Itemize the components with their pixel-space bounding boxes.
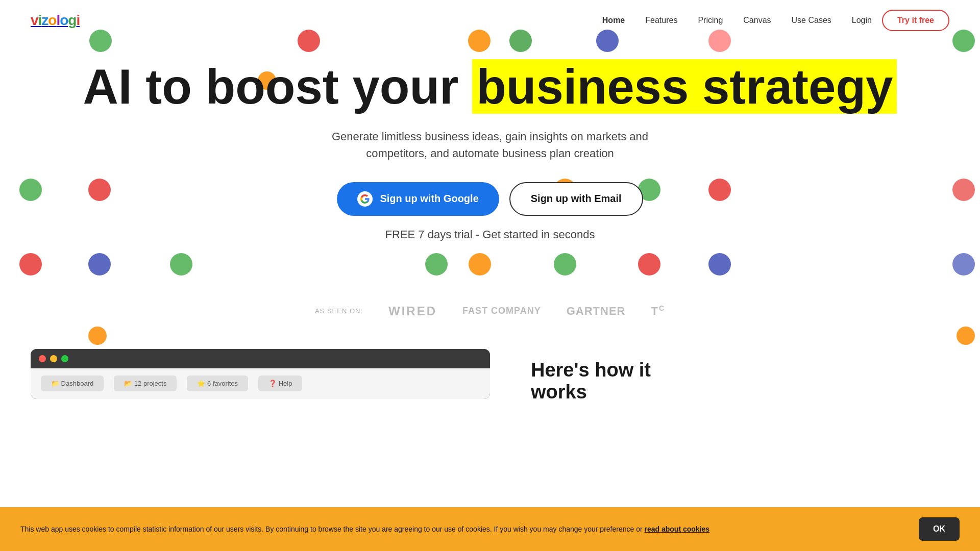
trial-text: FREE 7 days trial - Get started in secon… bbox=[311, 226, 669, 243]
cookie-banner: This web app uses cookies to compile sta… bbox=[0, 507, 980, 551]
hero-subtext: Generate limitless business ideas, gain … bbox=[311, 128, 669, 162]
try-free-button[interactable]: Try it free bbox=[882, 10, 949, 31]
window-titlebar bbox=[31, 349, 490, 368]
hero-headline-highlight: business strategy bbox=[472, 59, 897, 114]
how-it-works-text: Here's how it works bbox=[531, 349, 684, 403]
nav-use-cases[interactable]: Use Cases bbox=[792, 16, 831, 24]
window-tab-favorites: ⭐ 6 favorites bbox=[187, 375, 248, 391]
hero-headline: AI to boost your business strategy bbox=[10, 61, 970, 113]
signup-google-button[interactable]: Sign up with Google bbox=[337, 182, 499, 216]
app-preview: 📁 Dashboard 📂 12 projects ⭐ 6 favorites … bbox=[31, 349, 490, 399]
press-fastcompany: FAST COMPANY bbox=[462, 306, 541, 316]
google-icon bbox=[357, 191, 373, 207]
nav-links: Home Features Pricing Canvas Use Cases L… bbox=[602, 16, 872, 25]
press-tc: TC bbox=[651, 304, 665, 318]
window-min-btn bbox=[50, 355, 57, 362]
nav-login[interactable]: Login bbox=[852, 16, 872, 24]
cta-buttons: Sign up with Google Sign up with Email bbox=[10, 182, 970, 216]
cookie-text: This web app uses cookies to compile sta… bbox=[20, 524, 709, 535]
press-wired: WIRED bbox=[388, 304, 437, 318]
navbar: vizologi Home Features Pricing Canvas Us… bbox=[0, 0, 980, 41]
press-logos: WIRED FAST COMPANY Gartner TC bbox=[388, 304, 665, 318]
window-tab-projects: 📂 12 projects bbox=[114, 375, 177, 391]
window-content: 📁 Dashboard 📂 12 projects ⭐ 6 favorites … bbox=[31, 368, 490, 399]
press-gartner: Gartner bbox=[567, 305, 626, 318]
app-window: 📁 Dashboard 📂 12 projects ⭐ 6 favorites … bbox=[31, 349, 490, 399]
nav-pricing[interactable]: Pricing bbox=[698, 16, 723, 24]
window-tab-dashboard: 📁 Dashboard bbox=[41, 375, 104, 391]
hero-section: AI to boost your business strategy Gener… bbox=[0, 41, 980, 273]
signup-email-button[interactable]: Sign up with Email bbox=[509, 182, 643, 216]
window-tab-help: ❓ Help bbox=[258, 375, 302, 391]
cookie-ok-button[interactable]: OK bbox=[919, 517, 960, 541]
window-close-btn bbox=[39, 355, 46, 362]
cookie-link[interactable]: read about cookies bbox=[645, 525, 710, 533]
how-it-works-heading: Here's how it works bbox=[531, 359, 684, 403]
logo[interactable]: vizologi bbox=[31, 12, 80, 29]
how-it-works-section: 📁 Dashboard 📂 12 projects ⭐ 6 favorites … bbox=[0, 349, 980, 403]
nav-home[interactable]: Home bbox=[602, 16, 625, 24]
window-max-btn bbox=[61, 355, 68, 362]
dot-23 bbox=[957, 327, 975, 345]
press-section: As seen on: WIRED FAST COMPANY Gartner T… bbox=[0, 273, 980, 339]
nav-features[interactable]: Features bbox=[645, 16, 677, 24]
nav-canvas[interactable]: Canvas bbox=[743, 16, 771, 24]
press-label: As seen on: bbox=[315, 307, 363, 315]
dot-22 bbox=[88, 327, 107, 345]
